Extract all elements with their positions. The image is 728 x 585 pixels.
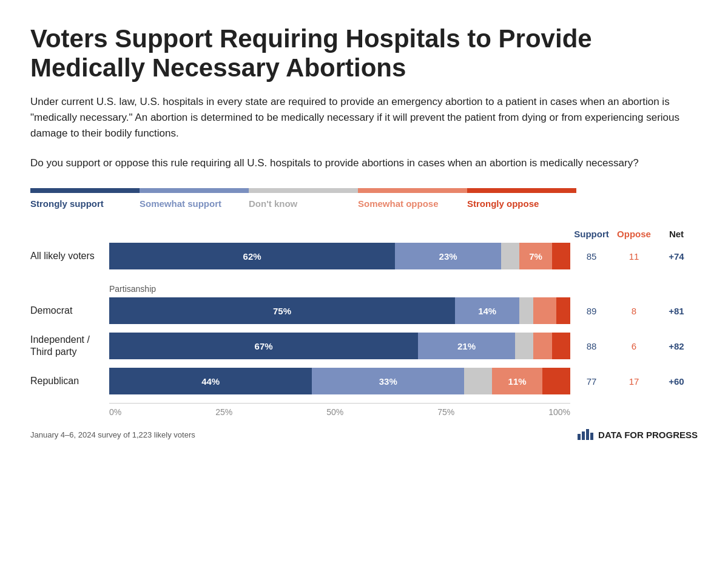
stat-net: +60: [655, 376, 698, 387]
stat-oppose: 17: [613, 376, 655, 387]
row-label: Republican: [30, 375, 109, 388]
all-voters-section: All likely voters62%23%7%8511+74: [30, 243, 698, 269]
bar-segment-strongly-oppose: [542, 368, 570, 394]
legend-item-somewhat-support: Somewhat support: [140, 188, 249, 210]
bar-segment-somewhat-oppose: [533, 297, 556, 324]
bar-container: 44%33%11%: [109, 368, 570, 394]
stat-net: +74: [655, 251, 698, 262]
row-label: Independent / Third party: [30, 334, 109, 359]
bar-segment-strongly-support: 62%: [109, 243, 395, 269]
row-label: All likely voters: [30, 250, 109, 263]
stat-oppose: 8: [613, 306, 655, 316]
bar-segment-dont-know: [501, 243, 519, 269]
legend-label-dont-know: Don't know: [249, 198, 309, 210]
legend-bar-somewhat-oppose: [358, 188, 467, 193]
bar-segment-strongly-support: 67%: [109, 333, 418, 359]
chart-area: Support Oppose Net All likely voters62%2…: [30, 229, 698, 417]
x-tick: 75%: [437, 407, 454, 417]
partisanship-label: Partisanship: [109, 284, 698, 294]
bar-segment-somewhat-oppose: [533, 333, 551, 359]
stat-support: 85: [570, 251, 613, 262]
bar-segment-strongly-oppose: [552, 333, 570, 359]
question-text: Do you support or oppose this rule requi…: [30, 155, 698, 171]
table-row: All likely voters62%23%7%8511+74: [30, 243, 698, 269]
legend-item-strongly-support: Strongly support: [30, 188, 140, 210]
legend-label-somewhat-oppose: Somewhat oppose: [358, 198, 451, 210]
bar-segment-somewhat-oppose: 11%: [492, 368, 543, 394]
bar-segment-strongly-oppose: [552, 243, 570, 269]
table-row: Republican44%33%11%7717+60: [30, 368, 698, 394]
legend-label-strongly-oppose: Strongly oppose: [467, 198, 551, 210]
legend-bar-dont-know: [249, 188, 358, 193]
table-row: Independent / Third party67%21%886+82: [30, 333, 698, 359]
bar-segment-strongly-support: 75%: [109, 297, 455, 324]
row-stats: 886+82: [570, 341, 698, 351]
footer-brand: DATA FOR PROGRESS: [578, 429, 698, 440]
col-oppose-label: Oppose: [613, 229, 655, 239]
x-tick: 50%: [326, 407, 343, 417]
bar-segment-somewhat-support: 23%: [395, 243, 501, 269]
bar-segment-dont-know: [519, 297, 533, 324]
stat-oppose: 11: [613, 251, 655, 262]
legend-label-somewhat-support: Somewhat support: [140, 198, 234, 210]
x-tick: 0%: [109, 407, 121, 417]
bar-segment-somewhat-support: 33%: [312, 368, 464, 394]
page-title: Voters Support Requiring Hospitals to Pr…: [30, 24, 698, 83]
chart-legend: Strongly supportSomewhat supportDon't kn…: [30, 188, 698, 210]
brand-name: DATA FOR PROGRESS: [598, 430, 698, 440]
stat-support: 89: [570, 306, 613, 316]
col-support-label: Support: [570, 229, 613, 239]
footer: January 4–6, 2024 survey of 1,223 likely…: [30, 429, 698, 440]
legend-bar-strongly-support: [30, 188, 140, 193]
legend-bar-somewhat-support: [140, 188, 249, 193]
bar-container: 62%23%7%: [109, 243, 570, 269]
subtitle-text: Under current U.S. law, U.S. hospitals i…: [30, 94, 698, 142]
bar-container: 75%14%: [109, 297, 570, 324]
x-tick: 25%: [215, 407, 232, 417]
x-axis: 0%25%50%75%100%: [109, 403, 570, 417]
table-row: Democrat75%14%898+81: [30, 297, 698, 324]
footer-source: January 4–6, 2024 survey of 1,223 likely…: [30, 430, 195, 439]
bar-segment-dont-know: [515, 333, 533, 359]
stat-support: 88: [570, 341, 613, 351]
row-stats: 7717+60: [570, 376, 698, 387]
legend-item-dont-know: Don't know: [249, 188, 358, 210]
bar-container: 67%21%: [109, 333, 570, 359]
stat-oppose: 6: [613, 341, 655, 351]
col-net-label: Net: [655, 229, 698, 239]
brand-icon: [578, 429, 593, 440]
chart-column-headers: Support Oppose Net: [30, 229, 698, 239]
bar-segment-somewhat-oppose: 7%: [519, 243, 551, 269]
bar-segment-strongly-support: 44%: [109, 368, 312, 394]
partisan-section: Democrat75%14%898+81Independent / Third …: [30, 297, 698, 394]
legend-item-strongly-oppose: Strongly oppose: [467, 188, 576, 210]
stat-net: +82: [655, 341, 698, 351]
row-stats: 898+81: [570, 306, 698, 316]
bar-segment-dont-know: [464, 368, 492, 394]
row-label: Democrat: [30, 305, 109, 317]
bar-segment-strongly-oppose: [556, 297, 570, 324]
bar-segment-somewhat-support: 14%: [455, 297, 519, 324]
x-tick: 100%: [548, 407, 570, 417]
row-stats: 8511+74: [570, 251, 698, 262]
bar-segment-somewhat-support: 21%: [418, 333, 515, 359]
stat-support: 77: [570, 376, 613, 387]
stat-net: +81: [655, 306, 698, 316]
legend-item-somewhat-oppose: Somewhat oppose: [358, 188, 467, 210]
legend-bar-strongly-oppose: [467, 188, 576, 193]
legend-label-strongly-support: Strongly support: [30, 198, 116, 210]
